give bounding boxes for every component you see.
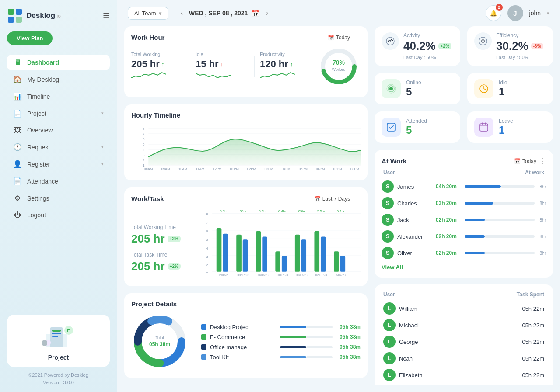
sidebar-item-timeline[interactable]: 📊 Timeline: [7, 88, 110, 104]
user-avatar: S: [382, 230, 394, 243]
aw-bar: [465, 235, 535, 238]
svg-text:6.5hr: 6.5hr: [220, 209, 228, 213]
pd-row: Desklog Project 05h 38m: [201, 324, 360, 330]
idle-label: Idle: [499, 80, 507, 86]
svg-rect-82: [334, 251, 339, 271]
svg-rect-68: [243, 239, 248, 272]
svg-rect-79: [314, 231, 319, 272]
sidebar-bottom: Project ©2021 Powered by Desklog Version…: [7, 315, 110, 387]
svg-text:7: 7: [143, 132, 144, 136]
svg-text:01PM: 01PM: [230, 167, 239, 171]
at-work-row: S Charles 03h 20m 8hr: [382, 195, 546, 212]
more-options-icon[interactable]: ⋮: [354, 194, 360, 203]
logo-text: Desklog.io: [26, 11, 61, 20]
svg-text:06PM: 06PM: [316, 167, 325, 171]
idle-stat: Idle 15 hr ↓: [192, 52, 252, 82]
online-icon: [382, 79, 401, 98]
svg-text:5.5hr: 5.5hr: [317, 209, 325, 213]
calendar-icon[interactable]: 📅: [251, 9, 260, 17]
bar-chart: 8 7 6 5 4 3 2 1: [200, 208, 360, 279]
view-all-button[interactable]: View All: [382, 264, 546, 271]
user-avatar: L: [383, 302, 396, 315]
svg-rect-3: [16, 17, 22, 23]
work-task-chart: 8 7 6 5 4 3 2 1: [200, 208, 360, 278]
notifications-button[interactable]: 🔔 2: [486, 5, 501, 21]
table-row: L George 05h 22m: [382, 333, 546, 350]
svg-text:70%: 70%: [332, 59, 345, 66]
work-task-header-right: 📅 Last 7 Days ⋮: [314, 194, 360, 203]
sidebar-item-register[interactable]: 👤 Register ▾: [7, 156, 110, 172]
activity-title: Activity: [403, 32, 452, 38]
user-avatar: S: [382, 214, 394, 226]
hamburger-icon[interactable]: ☰: [103, 11, 110, 21]
svg-text:5.5hr: 5.5hr: [259, 209, 266, 213]
date-display: WED , SEP 08 , 2021: [189, 10, 248, 17]
svg-point-9: [64, 326, 73, 335]
svg-text:10AM: 10AM: [178, 167, 187, 171]
sidebar-item-dashboard[interactable]: 🖥 Dashboard: [7, 55, 110, 70]
svg-rect-73: [275, 251, 280, 271]
calendar-icon: 📅: [514, 158, 521, 164]
sidebar-item-settings[interactable]: ⚙ Settings: [7, 190, 110, 206]
view-plan-button[interactable]: View Plan: [7, 31, 52, 45]
svg-text:0.4hr: 0.4hr: [278, 209, 286, 213]
today-badge: 📅 Today: [328, 35, 350, 41]
svg-text:07/07/23: 07/07/23: [218, 274, 230, 277]
sidebar-item-project[interactable]: 📄 Project ▾: [7, 105, 110, 121]
sidebar-item-logout[interactable]: ⏻ Logout: [7, 207, 110, 223]
project-icon: 📄: [13, 109, 22, 118]
pd-row: Tool Kit 05h 38m: [201, 354, 360, 361]
svg-text:12PM: 12PM: [213, 167, 222, 171]
hourly-header: Hourly Timeline: [131, 111, 360, 119]
sidebar-item-overview[interactable]: 🖼 Overview: [7, 122, 110, 138]
svg-text:10/07/23: 10/07/23: [276, 274, 288, 277]
attendance-icon: 📄: [13, 177, 22, 185]
online-card: Online 5: [374, 73, 460, 104]
pd-row: E- Commerce 05h 38m: [201, 334, 360, 340]
topbar: All Team ▾ ‹ WED , SEP 08 , 2021 📅 › 🔔 2…: [117, 0, 560, 26]
bell-icon: 🔔: [490, 10, 497, 17]
svg-text:7: 7: [206, 221, 208, 225]
svg-text:5: 5: [143, 142, 144, 146]
svg-text:8: 8: [143, 127, 144, 131]
work-hour-title: Work Hour: [131, 34, 164, 41]
svg-rect-11: [67, 329, 70, 330]
total-working-sparkline: [131, 70, 166, 80]
date-nav: ‹ WED , SEP 08 , 2021 📅 ›: [178, 7, 271, 19]
svg-text:02PM: 02PM: [247, 167, 256, 171]
activity-value: 40.2% +2%: [403, 39, 452, 53]
work-task-header: Work/Task 📅 Last 7 Days ⋮: [131, 194, 360, 203]
svg-rect-1: [16, 9, 22, 15]
svg-text:0.4hr: 0.4hr: [337, 209, 345, 213]
svg-text:Worked: Worked: [332, 67, 346, 72]
sidebar-item-attendance[interactable]: 📄 Attendance: [7, 173, 110, 189]
more-options-icon[interactable]: ⋮: [354, 33, 360, 42]
svg-text:07PM: 07PM: [333, 167, 342, 171]
user-menu-chevron[interactable]: ▾: [547, 10, 550, 16]
notification-badge: 2: [496, 4, 503, 11]
aw-bar: [465, 202, 535, 205]
chevron-down-icon: ▾: [101, 111, 104, 116]
chevron-down-icon: ▾: [101, 144, 104, 150]
prev-date-button[interactable]: ‹: [178, 7, 186, 19]
sidebar-footer: ©2021 Powered by Desklog Version - 3.0.0: [7, 371, 110, 387]
svg-rect-83: [340, 256, 346, 272]
svg-text:Total: Total: [155, 336, 164, 340]
more-options-icon[interactable]: ⋮: [539, 157, 546, 165]
idle-icon: [474, 79, 494, 98]
svg-text:08/07/23: 08/07/23: [238, 274, 249, 277]
team-select[interactable]: All Team ▾: [128, 7, 168, 20]
sidebar-item-request[interactable]: 🕐 Request ▾: [7, 139, 110, 155]
project-donut-chart: Total 05h 38m: [131, 313, 188, 370]
svg-rect-70: [256, 231, 261, 272]
svg-text:05PM: 05PM: [299, 167, 308, 171]
user-name[interactable]: john: [529, 10, 541, 17]
efficiency-card: Efficiency 30.2% -3% Last Day : 50%: [467, 26, 553, 66]
sidebar-nav: 🖥 Dashboard 🏠 My Desklog 📊 Timeline 📄 Pr…: [7, 55, 110, 224]
request-icon: 🕐: [13, 143, 22, 151]
sidebar-item-my-desklog[interactable]: 🏠 My Desklog: [7, 71, 110, 87]
user-avatar: L: [383, 352, 396, 364]
next-date-button[interactable]: ›: [263, 7, 271, 19]
logo-icon: [7, 8, 23, 24]
svg-text:11AM: 11AM: [196, 167, 204, 171]
